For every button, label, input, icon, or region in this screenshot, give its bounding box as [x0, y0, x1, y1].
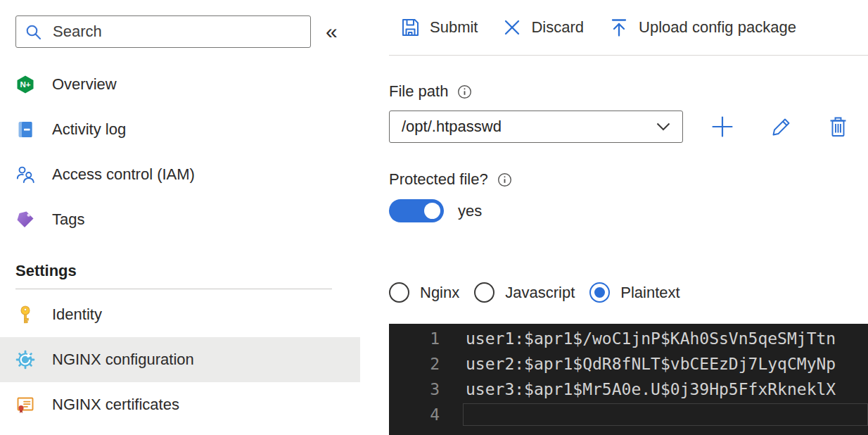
- file-path-row: /opt/.htpasswd: [389, 111, 868, 143]
- radio-option-plaintext[interactable]: Plaintext: [589, 282, 679, 303]
- certificate-icon: [15, 395, 35, 415]
- radio-label: Plaintext: [620, 284, 679, 302]
- discard-button[interactable]: Discard: [502, 18, 584, 37]
- sidebar-item-identity[interactable]: Identity: [0, 292, 360, 337]
- delete-file-button[interactable]: [828, 116, 848, 138]
- radio-option-nginx[interactable]: Nginx: [389, 282, 459, 303]
- people-icon: [15, 165, 35, 184]
- sidebar-item-label: NGINX configuration: [52, 351, 194, 369]
- file-path-value: /opt/.htpasswd: [402, 118, 502, 136]
- editor-line: 3 user3:$apr1$Mr5A0e.U$0j39Hp5FfxRkneklX: [389, 377, 868, 402]
- line-number: 4: [389, 402, 440, 427]
- info-icon[interactable]: [497, 172, 513, 188]
- sidebar-item-label: Identity: [52, 305, 102, 324]
- tag-icon: [15, 210, 35, 229]
- sidebar-item-overview[interactable]: N+ Overview: [0, 62, 360, 107]
- editor-line: 1 user1:$apr1$/woC1jnP$KAh0SsVn5qeSMjTtn: [389, 326, 868, 351]
- format-radio-group: Nginx Javascript Plaintext: [389, 282, 868, 303]
- upload-icon: [608, 17, 630, 38]
- sidebar-item-label: NGINX certificates: [52, 396, 179, 414]
- nginx-plus-icon: N+: [15, 75, 35, 94]
- sidebar-search-row: «: [0, 0, 360, 48]
- protected-file-label: Protected file?: [389, 170, 488, 189]
- submit-button[interactable]: Submit: [400, 17, 478, 38]
- trash-icon: [828, 116, 848, 138]
- key-icon: [15, 305, 35, 324]
- upload-config-package-button[interactable]: Upload config package: [608, 17, 796, 38]
- line-text: user1:$apr1$/woC1jnP$KAh0SsVn5qeSMjTtn: [466, 326, 836, 351]
- sidebar-item-label: Overview: [52, 75, 117, 94]
- upload-label: Upload config package: [639, 18, 796, 37]
- protected-file-toggle-row: yes: [389, 199, 868, 222]
- line-number: 1: [389, 326, 440, 351]
- line-text: user2:$apr1$QdR8fNLT$vbCEEzDj7LyqCMyNp: [466, 351, 836, 377]
- file-path-label-row: File path: [389, 82, 868, 101]
- toggle-state-label: yes: [458, 202, 482, 220]
- editor-line: 2 user2:$apr1$QdR8fNLT$vbCEEzDj7LyqCMyNp: [389, 351, 868, 377]
- radio-label: Javascript: [505, 284, 575, 302]
- sidebar-settings-nav: Identity: [0, 292, 360, 427]
- line-number: 3: [389, 377, 440, 402]
- add-file-button[interactable]: [710, 115, 734, 139]
- sidebar-item-label: Access control (IAM): [52, 165, 195, 184]
- sidebar-item-nginx-certificates[interactable]: NGINX certificates: [0, 382, 360, 427]
- submit-label: Submit: [430, 18, 478, 37]
- current-line-highlight: [463, 403, 868, 426]
- line-text: user3:$apr1$Mr5A0e.U$0j39Hp5FfxRkneklX: [466, 377, 836, 402]
- main-content: Submit Discard Upload config package Fil…: [389, 0, 868, 435]
- sidebar-section-settings: Settings: [0, 242, 360, 289]
- search-icon: [25, 23, 42, 41]
- sidebar-item-access-control[interactable]: Access control (IAM): [0, 152, 360, 197]
- sidebar: « N+ Overview Activity log: [0, 0, 360, 435]
- sidebar-item-activity-log[interactable]: Activity log: [0, 107, 360, 152]
- file-path-label: File path: [389, 82, 448, 101]
- sidebar-item-tags[interactable]: Tags: [0, 197, 360, 242]
- radio-icon: [589, 282, 610, 303]
- plus-icon: [710, 115, 734, 139]
- sidebar-item-nginx-configuration[interactable]: NGINX configuration: [0, 337, 360, 382]
- gear-icon: [15, 350, 35, 370]
- pencil-icon: [770, 116, 792, 138]
- edit-file-button[interactable]: [770, 116, 792, 138]
- file-path-select[interactable]: /opt/.htpasswd: [389, 111, 683, 143]
- sidebar-item-label: Tags: [52, 210, 84, 229]
- protected-file-toggle[interactable]: [389, 199, 444, 222]
- close-icon: [502, 18, 522, 37]
- protected-file-label-row: Protected file?: [389, 170, 868, 189]
- command-bar: Submit Discard Upload config package: [389, 0, 868, 56]
- radio-option-javascript[interactable]: Javascript: [474, 282, 575, 303]
- svg-text:N+: N+: [20, 80, 30, 89]
- line-number: 2: [389, 351, 440, 377]
- search-input[interactable]: [51, 22, 302, 42]
- radio-icon: [474, 282, 494, 303]
- info-icon[interactable]: [457, 84, 473, 100]
- chevron-down-icon: [656, 122, 670, 131]
- toggle-knob: [424, 203, 440, 219]
- radio-icon: [389, 282, 409, 303]
- sidebar-collapse-button[interactable]: «: [326, 21, 338, 42]
- discard-label: Discard: [531, 18, 584, 37]
- save-icon: [400, 17, 421, 38]
- editor-line-current: 4: [389, 402, 868, 427]
- radio-label: Nginx: [420, 284, 459, 302]
- search-input-container[interactable]: [15, 15, 311, 48]
- sidebar-nav: N+ Overview Activity log: [0, 62, 360, 242]
- config-code-editor[interactable]: 1 user1:$apr1$/woC1jnP$KAh0SsVn5qeSMjTtn…: [389, 324, 868, 435]
- activity-log-icon: [15, 120, 35, 139]
- sidebar-divider: [15, 289, 332, 289]
- sidebar-item-label: Activity log: [52, 120, 126, 139]
